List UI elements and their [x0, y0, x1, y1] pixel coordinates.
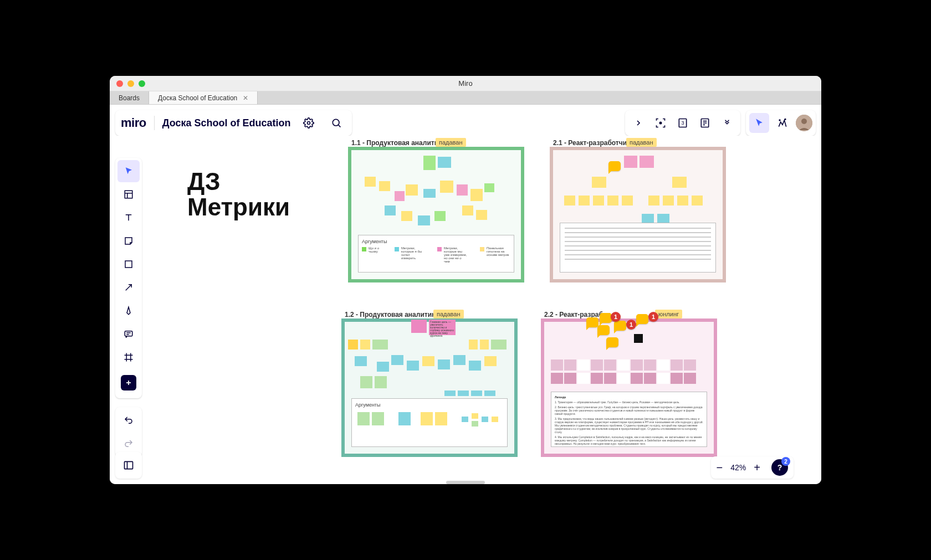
- legend-box[interactable]: Аргументы: [351, 398, 508, 447]
- sticky-note[interactable]: [379, 181, 390, 191]
- close-tab-icon[interactable]: ✕: [243, 94, 248, 102]
- sticky-note[interactable]: [579, 196, 590, 205]
- notification-badge[interactable]: 1: [648, 312, 658, 322]
- board-title[interactable]: Доска School of Education: [162, 117, 291, 129]
- sticky-note[interactable]: [411, 320, 427, 333]
- zoom-out-button[interactable]: −: [717, 461, 723, 474]
- select-tool[interactable]: [117, 160, 140, 182]
- sticky-note-top[interactable]: Главная цель — увеличить количество и гл…: [429, 320, 456, 335]
- text-box[interactable]: Легенда 1. Траектория — образовательный …: [551, 392, 707, 447]
- sticky-note[interactable]: [692, 196, 703, 205]
- comment-icon[interactable]: [636, 314, 648, 324]
- sticky-note[interactable]: [360, 340, 370, 350]
- frame-2-2[interactable]: 2.2 - Реакт-разработ юнлинг 1 1 1: [541, 318, 717, 457]
- comment-icon[interactable]: [586, 317, 598, 327]
- redo-button[interactable]: [117, 433, 140, 455]
- sticky-note[interactable]: [462, 205, 473, 215]
- sticky-note[interactable]: [593, 196, 604, 205]
- sticky-note[interactable]: [360, 376, 372, 388]
- user-avatar[interactable]: [796, 115, 812, 131]
- sticky-note[interactable]: [423, 156, 436, 170]
- sticky-note[interactable]: [395, 191, 405, 201]
- frame-tag[interactable]: падаван: [626, 138, 657, 147]
- comment-tool[interactable]: [117, 323, 140, 345]
- frames-list-icon[interactable]: 3: [673, 113, 693, 133]
- sticky-note[interactable]: [484, 391, 495, 396]
- tab-board-current[interactable]: Доска School of Education ✕: [149, 91, 258, 104]
- sticky-note[interactable]: [377, 362, 389, 372]
- comment-icon[interactable]: [597, 325, 610, 335]
- zoom-value[interactable]: 42%: [730, 463, 746, 472]
- settings-icon[interactable]: [299, 113, 319, 133]
- zoom-in-button[interactable]: +: [754, 461, 760, 474]
- comment-icon[interactable]: [606, 337, 618, 347]
- maximize-window-button[interactable]: [139, 80, 145, 87]
- sticky-note[interactable]: [375, 376, 387, 388]
- sticky-note[interactable]: [624, 156, 637, 168]
- more-icon[interactable]: [717, 113, 737, 133]
- templates-tool[interactable]: [117, 183, 140, 205]
- sticky-note[interactable]: [484, 356, 497, 366]
- sticky-note[interactable]: [406, 184, 418, 196]
- sticky-note[interactable]: [372, 340, 388, 350]
- sticky-note[interactable]: [677, 196, 688, 205]
- sticky-note[interactable]: [469, 340, 478, 350]
- sticky-note[interactable]: [385, 205, 396, 215]
- cursor-mode-icon[interactable]: [749, 113, 769, 133]
- notification-badge[interactable]: 1: [611, 312, 621, 322]
- frame-2-1[interactable]: 2.1 - Реакт-разработчик падаван: [550, 147, 726, 282]
- sticky-note[interactable]: [422, 356, 434, 366]
- sticky-note[interactable]: [592, 177, 606, 188]
- sticky-note[interactable]: [622, 196, 633, 205]
- sticky-note[interactable]: [423, 189, 436, 198]
- sticky-note[interactable]: [444, 391, 456, 396]
- chevron-right-icon[interactable]: [628, 113, 648, 133]
- frame-tool[interactable]: [117, 346, 140, 368]
- frame-tag[interactable]: падаван: [433, 310, 464, 318]
- sticky-note[interactable]: [640, 156, 654, 168]
- hide-panels-button[interactable]: [115, 452, 142, 479]
- more-tools[interactable]: [117, 372, 140, 394]
- tab-boards[interactable]: Boards: [110, 91, 149, 104]
- sticky-note[interactable]: [348, 340, 358, 350]
- sticky-note[interactable]: [457, 184, 468, 196]
- help-button[interactable]: ? 2: [771, 459, 788, 476]
- sticky-note[interactable]: [663, 196, 674, 205]
- sticky-note[interactable]: [672, 177, 687, 188]
- sticky-note[interactable]: [438, 157, 451, 168]
- text-tool[interactable]: [117, 207, 140, 229]
- focus-icon[interactable]: [651, 113, 671, 133]
- sticky-note[interactable]: [634, 334, 643, 343]
- legend-box[interactable]: Аргументы Що и о чьому Метрики, которые …: [358, 235, 514, 273]
- comment-icon[interactable]: [600, 313, 612, 323]
- shape-tool[interactable]: [117, 253, 140, 275]
- minimize-window-button[interactable]: [127, 80, 134, 87]
- sticky-note[interactable]: [401, 211, 412, 221]
- miro-logo[interactable]: miro: [121, 116, 146, 130]
- pen-tool[interactable]: [117, 300, 140, 322]
- text-box[interactable]: [560, 223, 716, 273]
- sticky-note[interactable]: [355, 356, 367, 366]
- sticky-note[interactable]: [491, 340, 507, 350]
- search-icon[interactable]: [326, 113, 346, 133]
- frame-tag[interactable]: юнлинг: [655, 310, 682, 318]
- frame-1-1[interactable]: 1.1 - Продуктовая аналитика падаван Аргу…: [348, 147, 524, 282]
- sticky-note[interactable]: [440, 181, 453, 193]
- sticky-note[interactable]: [365, 177, 376, 187]
- sticky-note[interactable]: [391, 355, 403, 365]
- sticky-note[interactable]: [453, 355, 466, 365]
- sticky-tool[interactable]: [117, 230, 140, 252]
- sticky-note[interactable]: [471, 391, 482, 396]
- sticky-note[interactable]: [476, 210, 487, 220]
- horizontal-scrollbar[interactable]: [446, 481, 485, 484]
- sticky-note[interactable]: [470, 189, 483, 201]
- sticky-note[interactable]: [484, 183, 494, 192]
- frame-tag[interactable]: падаван: [436, 138, 466, 147]
- sticky-note[interactable]: [458, 391, 469, 396]
- canvas-text-title[interactable]: ДЗ Метрики: [187, 169, 290, 220]
- sticky-note[interactable]: [438, 359, 450, 369]
- sticky-note[interactable]: [469, 361, 481, 371]
- comment-icon[interactable]: [608, 161, 621, 171]
- sticky-note[interactable]: [434, 211, 446, 221]
- comment-icon[interactable]: [614, 321, 626, 331]
